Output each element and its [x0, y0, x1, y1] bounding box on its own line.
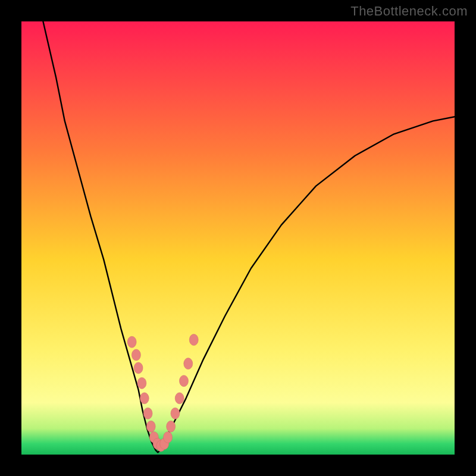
- bead-marker: [175, 393, 184, 404]
- bead-marker: [180, 375, 189, 387]
- bead-marker: [164, 431, 173, 443]
- bead-marker: [146, 421, 155, 432]
- watermark-text: TheBottleneck.com: [350, 4, 468, 19]
- bead-marker: [134, 362, 143, 374]
- bead-marker: [171, 408, 180, 419]
- bead-marker: [137, 377, 146, 389]
- bead-marker: [189, 334, 198, 346]
- bead-marker: [127, 336, 136, 347]
- bead-marker: [184, 358, 193, 369]
- bead-marker: [167, 421, 176, 432]
- bead-marker: [143, 408, 152, 419]
- curve-layer: [21, 21, 455, 455]
- plot-area: [21, 21, 455, 455]
- chart-stage: TheBottleneck.com: [0, 0, 476, 476]
- bead-marker: [131, 349, 140, 361]
- bead-marker: [140, 393, 149, 404]
- bottleneck-curve: [43, 21, 455, 452]
